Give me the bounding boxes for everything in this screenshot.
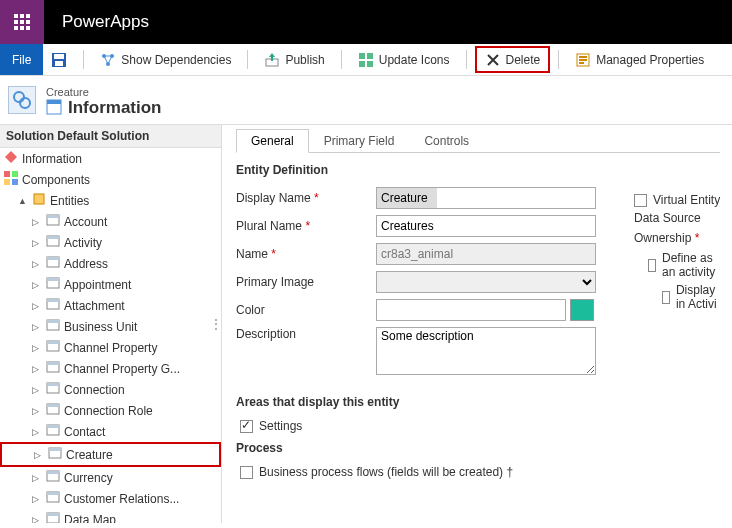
tab-general[interactable]: General: [236, 129, 309, 153]
nav-components[interactable]: Components: [0, 169, 221, 190]
entity-node[interactable]: ▷Data Map: [0, 509, 221, 523]
svg-rect-19: [367, 61, 373, 67]
breadcrumb: Creature: [46, 86, 162, 98]
display-activities-checkbox[interactable]: [662, 291, 670, 304]
svg-rect-46: [47, 341, 59, 344]
command-bar: File Show Dependencies Publish Update Ic…: [0, 44, 732, 76]
define-activity-checkbox[interactable]: [648, 259, 656, 272]
entity-node[interactable]: ▷Contact: [0, 421, 221, 442]
description-input[interactable]: [376, 327, 596, 375]
svg-rect-30: [4, 179, 10, 185]
color-input[interactable]: [376, 299, 566, 321]
entity-node[interactable]: ▷Business Unit: [0, 316, 221, 337]
expand-icon[interactable]: ▷: [32, 301, 42, 311]
entity-node[interactable]: ▷Connection: [0, 379, 221, 400]
delete-label: Delete: [506, 53, 541, 67]
name-label: Name *: [236, 247, 376, 261]
tab-controls[interactable]: Controls: [409, 129, 484, 153]
grid-icon: [358, 52, 374, 68]
expand-icon[interactable]: ▷: [32, 385, 42, 395]
expand-icon[interactable]: ▷: [32, 406, 42, 416]
display-activities-label: Display in Activi: [676, 283, 720, 311]
svg-rect-17: [367, 53, 373, 59]
bpf-checkbox[interactable]: [240, 466, 253, 479]
expand-icon[interactable]: ▷: [32, 280, 42, 290]
entity-node[interactable]: ▷Appointment: [0, 274, 221, 295]
virtual-entity-checkbox[interactable]: [634, 194, 647, 207]
display-name-label: Display Name *: [236, 191, 376, 205]
svg-rect-6: [14, 26, 18, 30]
entity-label: Data Map: [64, 513, 116, 524]
delete-button[interactable]: Delete: [475, 46, 551, 73]
display-name-input[interactable]: [376, 187, 596, 209]
entity-node[interactable]: ▷Creature: [0, 442, 221, 467]
managed-properties-button[interactable]: Managed Properties: [567, 44, 712, 75]
color-swatch[interactable]: [570, 299, 594, 321]
info-icon: [4, 150, 18, 167]
entity-icon: [48, 446, 62, 463]
primary-image-select[interactable]: [376, 271, 596, 293]
svg-rect-0: [14, 14, 18, 18]
expand-icon[interactable]: ▷: [32, 364, 42, 374]
file-tab[interactable]: File: [0, 44, 43, 75]
collapse-icon[interactable]: ▲: [18, 196, 28, 206]
entity-node[interactable]: ▷Activity: [0, 232, 221, 253]
entity-icon: [46, 360, 60, 377]
entity-icon: [46, 423, 60, 440]
svg-rect-5: [26, 20, 30, 24]
entity-icon: [46, 234, 60, 251]
expand-icon[interactable]: ▷: [32, 494, 42, 504]
entity-node[interactable]: ▷Channel Property: [0, 337, 221, 358]
tab-primary-field[interactable]: Primary Field: [309, 129, 410, 153]
nav-information[interactable]: Information: [0, 148, 221, 169]
svg-rect-34: [47, 215, 59, 218]
primary-image-label: Primary Image: [236, 275, 376, 289]
expand-icon[interactable]: ▷: [32, 343, 42, 353]
svg-rect-36: [47, 236, 59, 239]
entity-node[interactable]: ▷Connection Role: [0, 400, 221, 421]
svg-rect-60: [47, 492, 59, 495]
svg-rect-62: [47, 513, 59, 516]
expand-icon[interactable]: ▷: [32, 217, 42, 227]
update-icons-button[interactable]: Update Icons: [350, 44, 458, 75]
svg-rect-58: [47, 471, 59, 474]
plural-name-input[interactable]: [376, 215, 596, 237]
svg-rect-31: [12, 179, 18, 185]
entity-node[interactable]: ▷Address: [0, 253, 221, 274]
resize-handle[interactable]: ⋮: [210, 317, 221, 331]
content-pane: General Primary Field Controls Entity De…: [222, 125, 732, 523]
entity-node[interactable]: ▷Account: [0, 211, 221, 232]
entity-node[interactable]: ▷Customer Relations...: [0, 488, 221, 509]
app-launcher-button[interactable]: [0, 0, 44, 44]
waffle-icon: [14, 14, 30, 30]
expand-icon[interactable]: ▷: [32, 515, 42, 524]
nav-entities[interactable]: ▲ Entities: [0, 190, 221, 211]
settings-checkbox[interactable]: [240, 420, 253, 433]
expand-icon[interactable]: ▷: [32, 238, 42, 248]
entity-icon: [46, 297, 60, 314]
expand-icon[interactable]: ▷: [32, 473, 42, 483]
top-bar: PowerApps: [0, 0, 732, 44]
svg-rect-40: [47, 278, 59, 281]
entity-node[interactable]: ▷Currency: [0, 467, 221, 488]
expand-icon[interactable]: ▷: [34, 450, 44, 460]
expand-icon[interactable]: ▷: [32, 427, 42, 437]
entity-node[interactable]: ▷Attachment: [0, 295, 221, 316]
publish-button[interactable]: Publish: [256, 44, 332, 75]
expand-icon[interactable]: ▷: [32, 322, 42, 332]
svg-rect-2: [26, 14, 30, 18]
page-header: Creature Information: [0, 76, 732, 125]
color-label: Color: [236, 303, 376, 317]
svg-rect-8: [26, 26, 30, 30]
expand-icon[interactable]: ▷: [32, 259, 42, 269]
entity-icon: [46, 255, 60, 272]
process-heading: Process: [236, 441, 720, 455]
entity-label: Appointment: [64, 278, 131, 292]
svg-point-25: [20, 98, 30, 108]
entity-label: Channel Property G...: [64, 362, 180, 376]
entity-node[interactable]: ▷Channel Property G...: [0, 358, 221, 379]
svg-rect-56: [49, 448, 61, 451]
save-button[interactable]: [43, 44, 75, 75]
svg-rect-21: [579, 56, 587, 58]
show-dependencies-button[interactable]: Show Dependencies: [92, 44, 239, 75]
